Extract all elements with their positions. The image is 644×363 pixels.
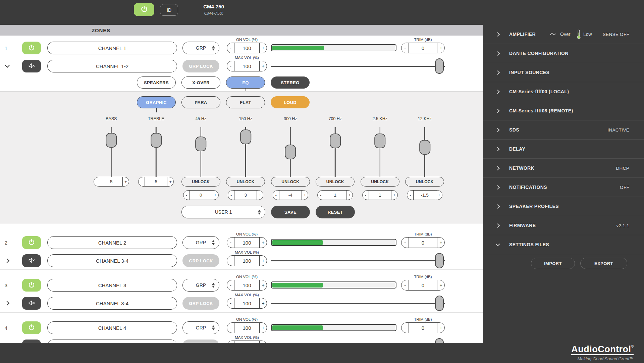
channel-power-button[interactable] <box>22 321 41 334</box>
sidebar-item[interactable]: DANTE CONFIGURATION <box>483 44 644 63</box>
eq-mode-flat[interactable]: FLAT <box>226 96 265 108</box>
channel-group-select[interactable]: GRP <box>182 279 219 292</box>
channel-group-select[interactable]: GRP <box>182 42 219 54</box>
eq-slider-handle[interactable] <box>419 140 430 155</box>
stepper-minus-button[interactable]: - <box>183 191 190 200</box>
stepper-value[interactable]: 1 <box>369 191 391 200</box>
stepper-plus-button[interactable]: + <box>260 323 267 333</box>
eq-slider-handle[interactable] <box>374 134 385 148</box>
slider-handle[interactable] <box>435 58 444 74</box>
channel-mute-button[interactable] <box>22 60 41 72</box>
eq-unlock-button[interactable]: UNLOCK <box>361 177 399 187</box>
import-button[interactable]: IMPORT <box>531 258 575 269</box>
stepper-plus-button[interactable]: + <box>436 191 442 200</box>
stepper-plus-button[interactable]: + <box>260 280 267 290</box>
stepper-minus-button[interactable]: - <box>363 191 369 200</box>
stepper-plus-button[interactable]: + <box>123 177 129 186</box>
stepper-plus-button[interactable]: + <box>260 298 267 308</box>
stepper-value[interactable]: -1.5 <box>413 191 436 200</box>
stepper-value[interactable]: 100 <box>234 280 260 290</box>
channel-expand-chevron[interactable] <box>2 60 12 72</box>
channel-expand-chevron[interactable] <box>2 254 12 267</box>
tab-xover[interactable]: X-OVER <box>181 76 220 89</box>
channel-group-select[interactable]: GRP <box>182 236 219 249</box>
eq-unlock-button[interactable]: UNLOCK <box>271 177 310 187</box>
tab-stereo[interactable]: STEREO <box>271 76 310 89</box>
eq-slider-handle[interactable] <box>106 133 117 148</box>
stepper-value[interactable]: 3 <box>234 191 257 200</box>
stepper-value[interactable]: -4 <box>279 191 302 200</box>
stepper-minus-button[interactable]: - <box>227 298 234 308</box>
sidebar-item[interactable]: FIRMWARE v2.1.1 <box>483 216 644 235</box>
stepper-plus-button[interactable]: + <box>302 191 308 200</box>
eq-mode-para[interactable]: PARA <box>181 96 220 108</box>
tab-eq[interactable]: EQ <box>226 76 265 89</box>
stepper-value[interactable]: 0 <box>409 238 437 248</box>
stepper-minus-button[interactable]: - <box>273 191 279 200</box>
eq-band-slider[interactable] <box>290 127 291 177</box>
eq-slider-handle[interactable] <box>151 133 162 148</box>
grp-lock-button[interactable]: GRP LOCK <box>182 297 219 310</box>
eq-band-slider[interactable] <box>156 127 157 177</box>
stepper-plus-button[interactable]: + <box>260 43 267 53</box>
channel-group-select[interactable]: GRP <box>182 321 219 334</box>
eq-unlock-button[interactable]: UNLOCK <box>181 177 220 187</box>
sidebar-item[interactable]: CM-Series-ffff08 (REMOTE) <box>483 101 644 120</box>
sidebar-item[interactable]: CM-Series-ffff00 (LOCAL) <box>483 82 644 101</box>
eq-band-slider[interactable] <box>380 127 381 177</box>
max-vol-slider[interactable] <box>271 297 445 310</box>
sidebar-item[interactable]: DELAY <box>483 140 644 159</box>
eq-band-slider[interactable] <box>335 127 336 177</box>
stepper-value[interactable]: 0 <box>409 280 437 290</box>
eq-preset-select[interactable]: USER 1 <box>181 206 265 218</box>
eq-reset-button[interactable]: RESET <box>316 206 355 218</box>
stepper-plus-button[interactable]: + <box>260 238 267 248</box>
stepper-minus-button[interactable]: - <box>401 323 409 333</box>
channel-mute-button[interactable] <box>22 254 41 267</box>
channel-groupname-input[interactable] <box>47 254 177 267</box>
eq-mode-graphic[interactable]: GRAPHIC <box>137 96 176 108</box>
eq-unlock-button[interactable]: UNLOCK <box>405 177 444 187</box>
stepper-plus-button[interactable]: + <box>260 256 267 266</box>
export-button[interactable]: EXPORT <box>580 258 627 269</box>
max-vol-slider[interactable] <box>271 254 445 267</box>
eq-band-slider[interactable] <box>201 127 202 177</box>
stepper-value[interactable]: 100 <box>234 61 260 71</box>
eq-slider-handle[interactable] <box>240 129 251 144</box>
stepper-value[interactable]: 100 <box>234 238 260 248</box>
stepper-plus-button[interactable]: + <box>346 191 353 200</box>
eq-slider-handle[interactable] <box>330 134 341 148</box>
sidebar-item[interactable]: NETWORK DHCP <box>483 159 644 178</box>
channel-name-input[interactable] <box>47 321 177 334</box>
channel-expand-chevron[interactable] <box>2 297 12 310</box>
stepper-value[interactable]: 0 <box>409 323 437 333</box>
stepper-plus-button[interactable]: + <box>437 323 444 333</box>
stepper-value[interactable]: 5 <box>145 177 167 186</box>
stepper-minus-button[interactable]: - <box>227 256 234 266</box>
sidebar-item[interactable]: INPUT SOURCES <box>483 63 644 82</box>
stepper-plus-button[interactable]: + <box>437 280 444 290</box>
eq-unlock-button[interactable]: UNLOCK <box>316 177 355 187</box>
sidebar-item[interactable]: SDS INACTIVE <box>483 120 644 140</box>
sidebar-item[interactable]: NOTIFICATIONS OFF <box>483 178 644 197</box>
stepper-value[interactable]: 0 <box>409 43 437 53</box>
stepper-value[interactable]: 1 <box>324 191 346 200</box>
stepper-value[interactable]: 100 <box>234 256 260 266</box>
sidebar-item[interactable]: SETTINGS FILES <box>483 235 644 254</box>
grp-lock-button[interactable]: GRP LOCK <box>182 254 219 267</box>
eq-band-slider[interactable] <box>111 127 112 177</box>
channel-name-input[interactable] <box>47 236 177 249</box>
stepper-minus-button[interactable]: - <box>318 191 324 200</box>
stepper-minus-button[interactable]: - <box>227 43 234 53</box>
channel-power-button[interactable] <box>22 236 41 249</box>
id-button[interactable]: ID <box>160 4 178 16</box>
eq-save-button[interactable]: SAVE <box>271 206 310 218</box>
stepper-minus-button[interactable]: - <box>401 43 409 53</box>
stepper-plus-button[interactable]: + <box>437 238 444 248</box>
master-power-button[interactable] <box>134 3 154 16</box>
stepper-value[interactable]: 5 <box>100 177 123 186</box>
stepper-value[interactable]: 0 <box>190 191 212 200</box>
channel-name-input[interactable] <box>47 279 177 292</box>
slider-handle[interactable] <box>435 253 444 268</box>
eq-mode-loud[interactable]: LOUD <box>271 96 310 108</box>
